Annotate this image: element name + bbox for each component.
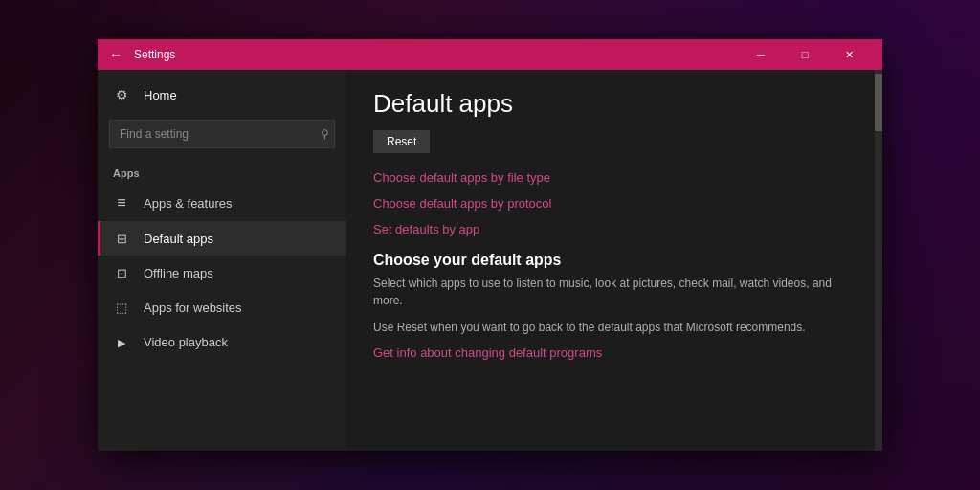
close-button[interactable]: ✕: [827, 39, 871, 70]
apps-features-label: Apps & features: [144, 196, 233, 211]
sidebar-item-apps-websites[interactable]: Apps for websites: [98, 290, 346, 324]
minimize-button[interactable]: ─: [739, 39, 783, 70]
link-set-defaults[interactable]: Set defaults by app: [373, 222, 856, 236]
video-playback-icon: [113, 334, 130, 349]
sidebar-item-video-playback[interactable]: Video playback: [98, 324, 346, 359]
scrollbar[interactable]: [875, 70, 882, 451]
titlebar: ← Settings ─ □ ✕: [98, 39, 882, 70]
info-link[interactable]: Get info about changing default programs: [373, 345, 856, 360]
section-description-2: Use Reset when you want to go back to th…: [373, 319, 852, 336]
maximize-button[interactable]: □: [783, 39, 827, 70]
search-container: [109, 120, 335, 148]
sidebar-item-apps-features[interactable]: Apps & features: [98, 185, 346, 221]
apps-features-icon: [113, 194, 130, 212]
search-icon[interactable]: [321, 127, 329, 141]
back-button[interactable]: ←: [109, 47, 122, 62]
sidebar-item-home[interactable]: Home: [98, 78, 346, 112]
offline-maps-icon: [113, 265, 130, 280]
section-description-1: Select which apps to use to listen to mu…: [373, 275, 852, 309]
apps-websites-icon: [113, 300, 130, 315]
section-label: Apps: [98, 164, 346, 185]
window-title: Settings: [134, 48, 739, 61]
sidebar: Home Apps Apps & features Default apps: [98, 70, 346, 451]
page-title: Default apps: [373, 89, 856, 119]
default-apps-icon: [113, 231, 130, 246]
sidebar-item-default-apps[interactable]: Default apps: [98, 221, 346, 256]
link-by-protocol[interactable]: Choose default apps by protocol: [373, 196, 856, 211]
home-icon: [113, 87, 130, 102]
scrollbar-thumb[interactable]: [875, 74, 882, 131]
home-label: Home: [144, 88, 177, 102]
choose-defaults-title: Choose your default apps: [373, 252, 856, 269]
video-playback-label: Video playback: [144, 335, 228, 349]
search-input[interactable]: [109, 120, 335, 148]
content-area: Default apps Reset Choose default apps b…: [346, 70, 882, 451]
settings-window: ← Settings ─ □ ✕ Home Apps: [98, 39, 882, 451]
main-area: Home Apps Apps & features Default apps: [98, 70, 882, 451]
default-apps-label: Default apps: [144, 232, 213, 246]
offline-maps-label: Offline maps: [144, 266, 213, 280]
window-controls: ─ □ ✕: [739, 39, 871, 70]
link-by-file-type[interactable]: Choose default apps by file type: [373, 170, 856, 185]
reset-button[interactable]: Reset: [373, 130, 430, 153]
apps-websites-label: Apps for websites: [144, 301, 242, 315]
sidebar-item-offline-maps[interactable]: Offline maps: [98, 256, 346, 290]
